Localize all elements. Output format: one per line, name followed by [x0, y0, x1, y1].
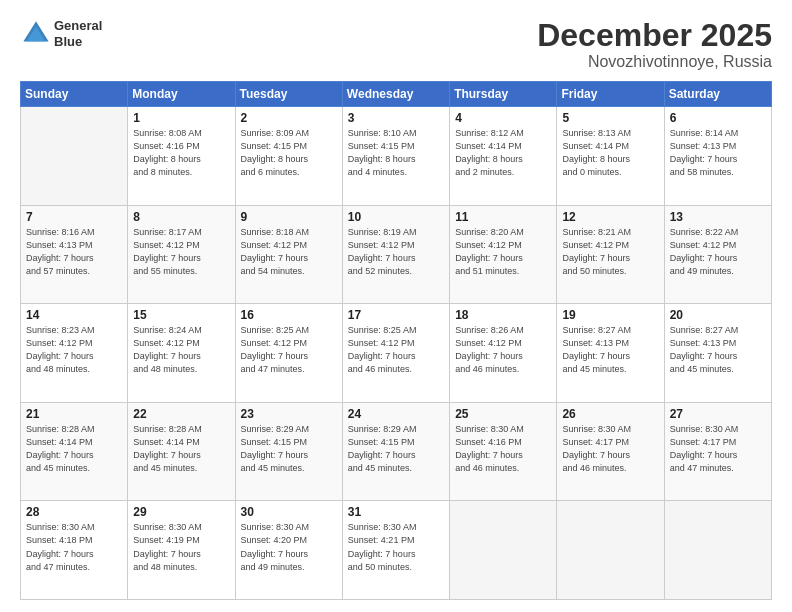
- calendar-week-2: 7Sunrise: 8:16 AM Sunset: 4:13 PM Daylig…: [21, 205, 772, 304]
- day-info: Sunrise: 8:25 AM Sunset: 4:12 PM Dayligh…: [348, 324, 444, 376]
- day-info: Sunrise: 8:30 AM Sunset: 4:17 PM Dayligh…: [670, 423, 766, 475]
- day-number: 12: [562, 210, 658, 224]
- day-number: 16: [241, 308, 337, 322]
- calendar-cell: 31Sunrise: 8:30 AM Sunset: 4:21 PM Dayli…: [342, 501, 449, 600]
- day-number: 30: [241, 505, 337, 519]
- day-info: Sunrise: 8:27 AM Sunset: 4:13 PM Dayligh…: [562, 324, 658, 376]
- day-number: 7: [26, 210, 122, 224]
- logo-line1: General: [54, 18, 102, 34]
- day-number: 23: [241, 407, 337, 421]
- calendar-cell: 28Sunrise: 8:30 AM Sunset: 4:18 PM Dayli…: [21, 501, 128, 600]
- day-info: Sunrise: 8:22 AM Sunset: 4:12 PM Dayligh…: [670, 226, 766, 278]
- calendar-cell: 15Sunrise: 8:24 AM Sunset: 4:12 PM Dayli…: [128, 304, 235, 403]
- day-number: 19: [562, 308, 658, 322]
- calendar-cell: 13Sunrise: 8:22 AM Sunset: 4:12 PM Dayli…: [664, 205, 771, 304]
- day-number: 15: [133, 308, 229, 322]
- calendar-cell: 2Sunrise: 8:09 AM Sunset: 4:15 PM Daylig…: [235, 107, 342, 206]
- calendar-cell: 30Sunrise: 8:30 AM Sunset: 4:20 PM Dayli…: [235, 501, 342, 600]
- day-info: Sunrise: 8:29 AM Sunset: 4:15 PM Dayligh…: [241, 423, 337, 475]
- day-info: Sunrise: 8:13 AM Sunset: 4:14 PM Dayligh…: [562, 127, 658, 179]
- logo-icon: [20, 18, 52, 50]
- calendar-cell: 1Sunrise: 8:08 AM Sunset: 4:16 PM Daylig…: [128, 107, 235, 206]
- calendar-cell: 8Sunrise: 8:17 AM Sunset: 4:12 PM Daylig…: [128, 205, 235, 304]
- calendar-title: December 2025: [537, 18, 772, 53]
- day-number: 5: [562, 111, 658, 125]
- logo-text: General Blue: [54, 18, 102, 49]
- calendar-subtitle: Novozhivotinnoye, Russia: [537, 53, 772, 71]
- day-info: Sunrise: 8:14 AM Sunset: 4:13 PM Dayligh…: [670, 127, 766, 179]
- day-info: Sunrise: 8:08 AM Sunset: 4:16 PM Dayligh…: [133, 127, 229, 179]
- day-info: Sunrise: 8:21 AM Sunset: 4:12 PM Dayligh…: [562, 226, 658, 278]
- day-info: Sunrise: 8:27 AM Sunset: 4:13 PM Dayligh…: [670, 324, 766, 376]
- logo: General Blue: [20, 18, 102, 50]
- day-info: Sunrise: 8:20 AM Sunset: 4:12 PM Dayligh…: [455, 226, 551, 278]
- calendar-cell: 21Sunrise: 8:28 AM Sunset: 4:14 PM Dayli…: [21, 402, 128, 501]
- calendar-cell: 20Sunrise: 8:27 AM Sunset: 4:13 PM Dayli…: [664, 304, 771, 403]
- day-number: 2: [241, 111, 337, 125]
- calendar-cell: [557, 501, 664, 600]
- column-header-friday: Friday: [557, 82, 664, 107]
- column-header-wednesday: Wednesday: [342, 82, 449, 107]
- column-header-saturday: Saturday: [664, 82, 771, 107]
- calendar-cell: 19Sunrise: 8:27 AM Sunset: 4:13 PM Dayli…: [557, 304, 664, 403]
- calendar-cell: 25Sunrise: 8:30 AM Sunset: 4:16 PM Dayli…: [450, 402, 557, 501]
- day-info: Sunrise: 8:29 AM Sunset: 4:15 PM Dayligh…: [348, 423, 444, 475]
- header: General Blue December 2025 Novozhivotinn…: [20, 18, 772, 71]
- header-row: SundayMondayTuesdayWednesdayThursdayFrid…: [21, 82, 772, 107]
- day-info: Sunrise: 8:30 AM Sunset: 4:16 PM Dayligh…: [455, 423, 551, 475]
- calendar-cell: 23Sunrise: 8:29 AM Sunset: 4:15 PM Dayli…: [235, 402, 342, 501]
- calendar-cell: 22Sunrise: 8:28 AM Sunset: 4:14 PM Dayli…: [128, 402, 235, 501]
- calendar-cell: 3Sunrise: 8:10 AM Sunset: 4:15 PM Daylig…: [342, 107, 449, 206]
- day-number: 27: [670, 407, 766, 421]
- day-number: 29: [133, 505, 229, 519]
- day-info: Sunrise: 8:19 AM Sunset: 4:12 PM Dayligh…: [348, 226, 444, 278]
- day-number: 31: [348, 505, 444, 519]
- day-info: Sunrise: 8:30 AM Sunset: 4:20 PM Dayligh…: [241, 521, 337, 573]
- calendar-table: SundayMondayTuesdayWednesdayThursdayFrid…: [20, 81, 772, 600]
- calendar-cell: 24Sunrise: 8:29 AM Sunset: 4:15 PM Dayli…: [342, 402, 449, 501]
- page: General Blue December 2025 Novozhivotinn…: [0, 0, 792, 612]
- day-info: Sunrise: 8:12 AM Sunset: 4:14 PM Dayligh…: [455, 127, 551, 179]
- day-number: 10: [348, 210, 444, 224]
- day-info: Sunrise: 8:24 AM Sunset: 4:12 PM Dayligh…: [133, 324, 229, 376]
- calendar-cell: 7Sunrise: 8:16 AM Sunset: 4:13 PM Daylig…: [21, 205, 128, 304]
- day-number: 20: [670, 308, 766, 322]
- day-info: Sunrise: 8:25 AM Sunset: 4:12 PM Dayligh…: [241, 324, 337, 376]
- day-number: 26: [562, 407, 658, 421]
- column-header-monday: Monday: [128, 82, 235, 107]
- day-info: Sunrise: 8:30 AM Sunset: 4:17 PM Dayligh…: [562, 423, 658, 475]
- calendar-cell: 12Sunrise: 8:21 AM Sunset: 4:12 PM Dayli…: [557, 205, 664, 304]
- day-info: Sunrise: 8:18 AM Sunset: 4:12 PM Dayligh…: [241, 226, 337, 278]
- column-header-tuesday: Tuesday: [235, 82, 342, 107]
- day-info: Sunrise: 8:17 AM Sunset: 4:12 PM Dayligh…: [133, 226, 229, 278]
- calendar-cell: 27Sunrise: 8:30 AM Sunset: 4:17 PM Dayli…: [664, 402, 771, 501]
- calendar-cell: 29Sunrise: 8:30 AM Sunset: 4:19 PM Dayli…: [128, 501, 235, 600]
- day-info: Sunrise: 8:30 AM Sunset: 4:19 PM Dayligh…: [133, 521, 229, 573]
- day-info: Sunrise: 8:28 AM Sunset: 4:14 PM Dayligh…: [133, 423, 229, 475]
- day-info: Sunrise: 8:28 AM Sunset: 4:14 PM Dayligh…: [26, 423, 122, 475]
- calendar-week-5: 28Sunrise: 8:30 AM Sunset: 4:18 PM Dayli…: [21, 501, 772, 600]
- day-number: 28: [26, 505, 122, 519]
- column-header-sunday: Sunday: [21, 82, 128, 107]
- day-number: 4: [455, 111, 551, 125]
- calendar-cell: 6Sunrise: 8:14 AM Sunset: 4:13 PM Daylig…: [664, 107, 771, 206]
- calendar-cell: 9Sunrise: 8:18 AM Sunset: 4:12 PM Daylig…: [235, 205, 342, 304]
- calendar-cell: 18Sunrise: 8:26 AM Sunset: 4:12 PM Dayli…: [450, 304, 557, 403]
- calendar-week-3: 14Sunrise: 8:23 AM Sunset: 4:12 PM Dayli…: [21, 304, 772, 403]
- calendar-cell: 26Sunrise: 8:30 AM Sunset: 4:17 PM Dayli…: [557, 402, 664, 501]
- day-number: 17: [348, 308, 444, 322]
- calendar-cell: [664, 501, 771, 600]
- day-number: 25: [455, 407, 551, 421]
- day-info: Sunrise: 8:30 AM Sunset: 4:18 PM Dayligh…: [26, 521, 122, 573]
- day-info: Sunrise: 8:16 AM Sunset: 4:13 PM Dayligh…: [26, 226, 122, 278]
- day-info: Sunrise: 8:09 AM Sunset: 4:15 PM Dayligh…: [241, 127, 337, 179]
- day-info: Sunrise: 8:23 AM Sunset: 4:12 PM Dayligh…: [26, 324, 122, 376]
- day-number: 6: [670, 111, 766, 125]
- day-number: 24: [348, 407, 444, 421]
- calendar-cell: [21, 107, 128, 206]
- calendar-cell: 14Sunrise: 8:23 AM Sunset: 4:12 PM Dayli…: [21, 304, 128, 403]
- logo-line2: Blue: [54, 34, 102, 50]
- calendar-cell: 16Sunrise: 8:25 AM Sunset: 4:12 PM Dayli…: [235, 304, 342, 403]
- column-header-thursday: Thursday: [450, 82, 557, 107]
- day-info: Sunrise: 8:30 AM Sunset: 4:21 PM Dayligh…: [348, 521, 444, 573]
